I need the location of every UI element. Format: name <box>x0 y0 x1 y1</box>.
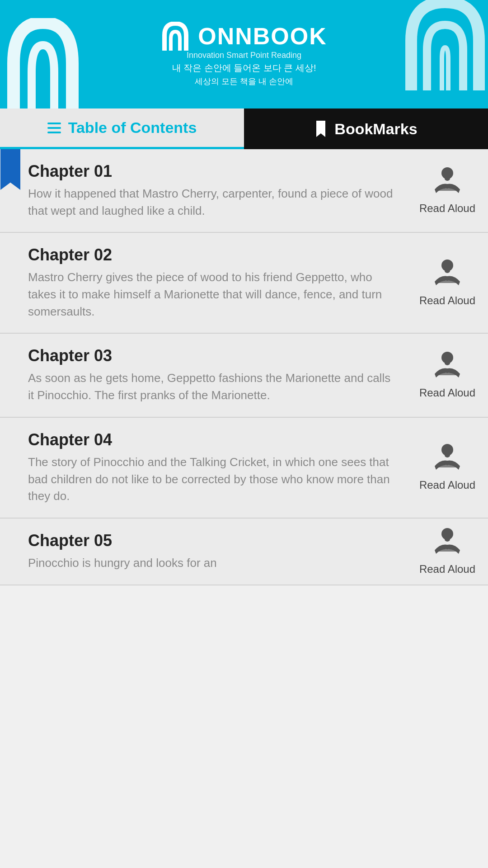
read-aloud-icon <box>429 167 465 198</box>
read-aloud-button[interactable]: Read Aloud <box>407 519 488 585</box>
read-aloud-icon <box>429 351 465 383</box>
chapter-content[interactable]: Chapter 01 How it happened that Mastro C… <box>21 149 407 232</box>
svg-point-1 <box>445 176 450 181</box>
svg-point-7 <box>445 361 450 365</box>
chapter-item: Chapter 01 How it happened that Mastro C… <box>0 149 488 233</box>
chapter-description: How it happened that Mastro Cherry, carp… <box>28 185 398 219</box>
read-aloud-label: Read Aloud <box>419 202 475 215</box>
svg-point-10 <box>445 453 450 458</box>
chapter-content[interactable]: Chapter 03 As soon as he gets home, Gepp… <box>21 334 407 416</box>
tab-toc-label: Table of Contents <box>68 119 197 137</box>
read-aloud-button[interactable]: Read Aloud <box>407 233 488 333</box>
active-bookmark-ribbon <box>0 149 21 232</box>
chapter-description: Mastro Cherry gives the piece of wood to… <box>28 269 398 320</box>
no-ribbon-spacer <box>0 418 21 518</box>
no-ribbon-spacer <box>0 334 21 416</box>
chapter-item: Chapter 02 Mastro Cherry gives the piece… <box>0 233 488 334</box>
chapter-item: Chapter 03 As soon as he gets home, Gepp… <box>0 334 488 417</box>
read-aloud-icon <box>429 443 465 475</box>
read-aloud-label: Read Aloud <box>419 294 475 307</box>
no-ribbon-spacer <box>0 233 21 333</box>
tab-bar: Table of Contents BookMarks <box>0 108 488 149</box>
chapter-title: Chapter 05 <box>28 531 398 550</box>
bookmark-tab-icon <box>314 121 327 137</box>
read-aloud-label: Read Aloud <box>419 479 475 491</box>
chapter-title: Chapter 02 <box>28 245 398 264</box>
chapter-description: The story of Pinocchio and the Talking C… <box>28 454 398 505</box>
svg-rect-2 <box>438 189 456 191</box>
chapter-content[interactable]: Chapter 05 Pinocchio is hungry and looks… <box>21 519 407 585</box>
chapter-title: Chapter 01 <box>28 162 398 181</box>
hamburger-icon <box>47 123 61 133</box>
tab-bookmarks-label: BookMarks <box>334 120 417 138</box>
chapter-content[interactable]: Chapter 04 The story of Pinocchio and th… <box>21 418 407 518</box>
app-tagline: Innovation Smart Point Reading <box>187 51 301 60</box>
tab-bookmarks[interactable]: BookMarks <box>244 108 488 149</box>
brand-arch-icon <box>161 22 190 51</box>
read-aloud-button[interactable]: Read Aloud <box>407 149 488 232</box>
read-aloud-label: Read Aloud <box>419 387 475 399</box>
read-aloud-button[interactable]: Read Aloud <box>407 418 488 518</box>
app-header: ONNBOOK Innovation Smart Point Reading 내… <box>0 0 488 108</box>
no-ribbon-spacer <box>0 519 21 585</box>
svg-rect-14 <box>438 549 456 552</box>
svg-point-4 <box>445 269 450 273</box>
chapter-description: Pinocchio is hungry and looks for an <box>28 555 398 572</box>
app-name: ONNBOOK <box>198 23 327 50</box>
tab-toc[interactable]: Table of Contents <box>0 108 244 149</box>
app-subtitle2: 세상의 모든 책을 내 손안에 <box>195 76 293 87</box>
chapter-title: Chapter 03 <box>28 346 398 365</box>
chapter-list: Chapter 01 How it happened that Mastro C… <box>0 149 488 585</box>
read-aloud-icon <box>429 259 465 291</box>
app-branding: ONNBOOK Innovation Smart Point Reading 내… <box>161 22 327 87</box>
svg-rect-5 <box>438 281 456 283</box>
app-subtitle1: 내 작은 손안에 들어온 보다 큰 세상! <box>172 62 316 74</box>
svg-rect-8 <box>438 373 456 375</box>
read-aloud-icon <box>429 528 465 559</box>
svg-rect-11 <box>438 465 456 467</box>
chapter-description: As soon as he gets home, Geppetto fashio… <box>28 370 398 404</box>
chapter-title: Chapter 04 <box>28 430 398 449</box>
chapter-item: Chapter 05 Pinocchio is hungry and looks… <box>0 519 488 585</box>
read-aloud-label: Read Aloud <box>419 563 475 576</box>
read-aloud-button[interactable]: Read Aloud <box>407 334 488 416</box>
logo-left-icon <box>0 18 86 108</box>
svg-point-13 <box>445 537 450 542</box>
chapter-item: Chapter 04 The story of Pinocchio and th… <box>0 418 488 519</box>
chapter-content[interactable]: Chapter 02 Mastro Cherry gives the piece… <box>21 233 407 333</box>
logo-right-icon <box>402 0 488 86</box>
